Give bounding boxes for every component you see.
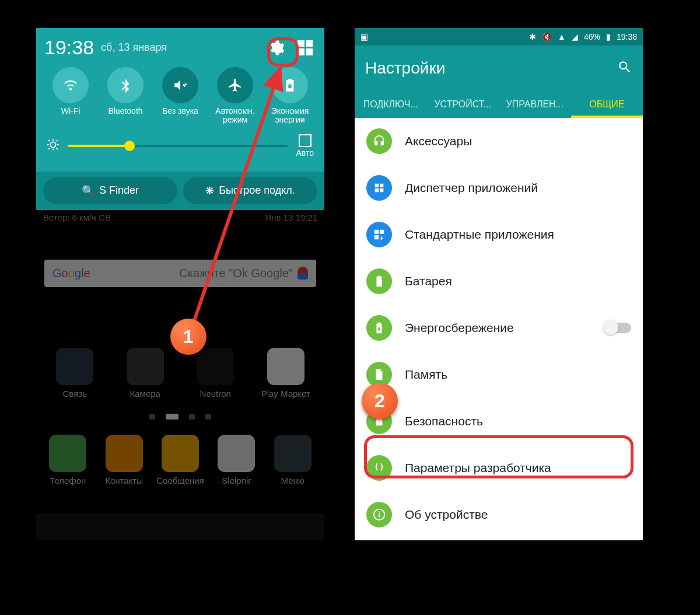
toggle-mute[interactable]: Без звука xyxy=(154,67,206,125)
apps-alt-icon xyxy=(366,222,392,247)
quick-connect-button[interactable]: ❋ Быстрое подкл. xyxy=(183,177,317,204)
clock-date: сб, 13 января xyxy=(101,41,167,54)
search-icon: 🔍 xyxy=(82,184,94,197)
settings-item-power-saving[interactable]: Энергосбережение xyxy=(355,305,643,351)
dock-contacts[interactable]: Контакты xyxy=(97,435,151,485)
home-screen-dimmed: Ветер: 6 км/ч СВ Янв 13 19:21 Google Ска… xyxy=(36,210,324,513)
toggle-powersave[interactable]: Экономияэнергии xyxy=(264,67,316,125)
quickconnect-icon: ❋ xyxy=(205,184,214,197)
toggle-airplane[interactable]: Автономн.режим xyxy=(209,67,261,125)
dock-phone[interactable]: Телефон xyxy=(41,435,94,485)
braces-icon xyxy=(366,455,392,481)
page-title: Настройки xyxy=(365,59,445,78)
power-save-toggle[interactable] xyxy=(604,323,631,333)
settings-item-default-apps[interactable]: Стандартные приложения xyxy=(355,211,643,258)
dock-messages[interactable]: Сообщения xyxy=(153,435,207,485)
settings-header: Настройки xyxy=(355,46,643,91)
settings-item-security[interactable]: Безопасность xyxy=(355,398,643,445)
google-search-bar[interactable]: Google Скажите "Ok Google" xyxy=(44,260,316,287)
app-play-store[interactable]: Play Маркет xyxy=(259,348,313,399)
page-indicator xyxy=(36,399,324,430)
battery-icon xyxy=(366,268,392,294)
status-bar: ▣ ✱ 🔇 ▲ ◢ 46% ▮ 19:38 xyxy=(355,28,643,46)
dock: Телефон Контакты Сообщения Sleipnir Меню xyxy=(36,430,324,494)
dock-menu[interactable]: Меню xyxy=(266,435,320,485)
brightness-slider[interactable] xyxy=(68,145,288,147)
app-neutron[interactable]: Neutron xyxy=(188,348,242,399)
bluetooth-status-icon: ✱ xyxy=(529,32,536,41)
settings-item-developer[interactable]: Параметры разработчика xyxy=(355,445,643,491)
signal-status-icon: ◢ xyxy=(572,32,578,41)
brightness-auto-checkbox[interactable]: Авто xyxy=(296,134,314,158)
toggle-bluetooth[interactable]: Bluetooth xyxy=(99,67,152,125)
tab-controls[interactable]: УПРАВЛЕН... xyxy=(499,91,571,118)
settings-list[interactable]: Аксессуары Диспетчер приложений Стандарт… xyxy=(355,118,643,538)
google-logo: Google xyxy=(52,267,90,280)
brightness-slider-row: Авто xyxy=(44,128,316,166)
search-placeholder: Скажите "Ok Google" xyxy=(95,267,293,280)
callout-1: 1 xyxy=(170,319,206,355)
toggle-wifi[interactable]: Wi-Fi xyxy=(44,67,97,125)
status-time: 19:38 xyxy=(617,32,637,41)
battery-icon: ▮ xyxy=(606,32,611,41)
quick-toggles: Wi-Fi Bluetooth Без звука Автономн.режим… xyxy=(44,62,316,128)
mic-icon[interactable] xyxy=(298,267,308,279)
battery-pct: 46% xyxy=(584,32,600,41)
app-camera[interactable]: Камера xyxy=(118,348,172,399)
mute-status-icon: 🔇 xyxy=(542,32,552,41)
weather-timestamp: Янв 13 19:21 xyxy=(265,212,317,222)
wifi-status-icon: ▲ xyxy=(558,32,566,41)
clock-time: 19:38 xyxy=(44,36,94,59)
panel-grid-icon[interactable] xyxy=(294,37,316,59)
tab-general[interactable]: ОБЩИЕ xyxy=(571,91,643,118)
callout-2: 2 xyxy=(362,383,398,419)
settings-item-about[interactable]: Об устройстве xyxy=(355,491,643,538)
shade-shortcut-buttons: 🔍 S Finder ❋ Быстрое подкл. xyxy=(36,172,324,210)
screenshot-icon: ▣ xyxy=(360,32,368,41)
headset-icon xyxy=(366,128,392,154)
notification-shade: 19:38 сб, 13 января Wi-Fi Bluetooth Без … xyxy=(36,28,324,172)
phone-settings: ▣ ✱ 🔇 ▲ ◢ 46% ▮ 19:38 Настройки ПОДКЛЮЧ.… xyxy=(355,28,643,540)
settings-tabs: ПОДКЛЮЧ... УСТРОЙСТ... УПРАВЛЕН... ОБЩИЕ xyxy=(355,91,643,118)
weather-wind: Ветер: 6 км/ч СВ xyxy=(43,212,111,222)
tab-device[interactable]: УСТРОЙСТ... xyxy=(427,91,499,118)
tab-connections[interactable]: ПОДКЛЮЧ... xyxy=(355,91,427,118)
settings-item-accessories[interactable]: Аксессуары xyxy=(355,118,643,165)
apps-grid-icon xyxy=(366,175,392,201)
power-save-icon xyxy=(366,315,392,341)
settings-gear-icon[interactable] xyxy=(265,37,287,59)
info-icon xyxy=(366,502,392,527)
search-icon[interactable] xyxy=(617,60,632,77)
settings-item-app-manager[interactable]: Диспетчер приложений xyxy=(355,165,643,211)
dock-sleipnir[interactable]: Sleipnir xyxy=(209,435,263,485)
phone-notification-panel: 19:38 сб, 13 января Wi-Fi Bluetooth Без … xyxy=(36,28,324,540)
brightness-icon xyxy=(47,138,60,153)
sfinder-button[interactable]: 🔍 S Finder xyxy=(43,177,177,204)
app-folder-svyaz[interactable]: Связь xyxy=(48,348,102,399)
settings-item-storage[interactable]: Память xyxy=(355,351,643,398)
settings-item-battery[interactable]: Батарея xyxy=(355,258,643,305)
